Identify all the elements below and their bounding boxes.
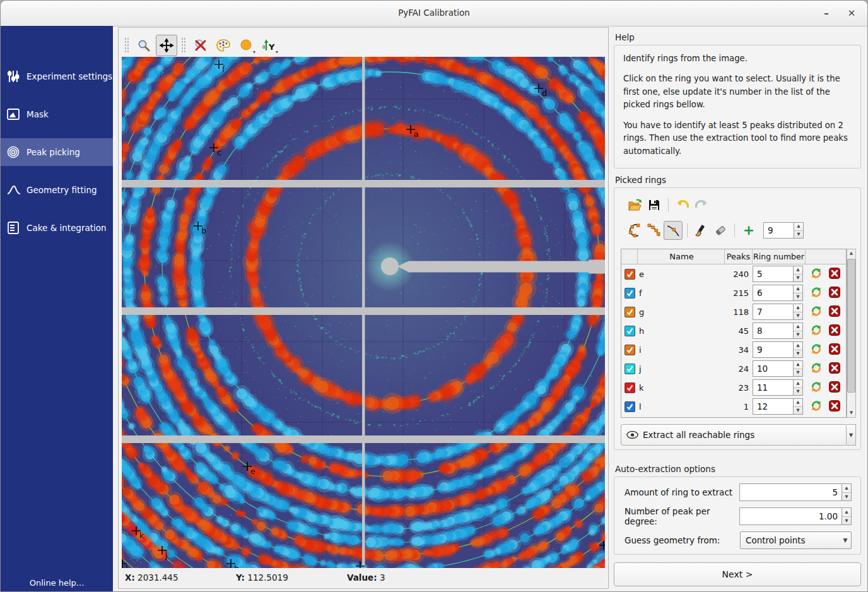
delete-ring-icon[interactable] bbox=[829, 362, 840, 376]
spinner-buttons[interactable]: ▲▼ bbox=[793, 266, 803, 282]
extract-dropdown-button[interactable]: ▼ bbox=[847, 424, 856, 446]
spinner-buttons[interactable]: ▲▼ bbox=[842, 507, 852, 525]
guess-geometry-combobox[interactable]: Control points▼ bbox=[740, 531, 852, 549]
peak-per-degree-spinbox[interactable]: 1.00▲▼ bbox=[739, 507, 852, 525]
ring-number-value[interactable]: 8 bbox=[753, 323, 793, 339]
close-button[interactable]: ✕ bbox=[843, 6, 860, 21]
table-row[interactable]: i349▲▼ bbox=[621, 340, 846, 359]
diffraction-image[interactable] bbox=[122, 57, 605, 568]
table-row[interactable]: h458▲▼ bbox=[621, 321, 846, 340]
toolbar-grip[interactable] bbox=[124, 37, 129, 54]
ring-number-spinbox[interactable]: 9▲▼ bbox=[753, 341, 803, 358]
ring-visible-checkbox[interactable] bbox=[625, 401, 635, 412]
spinner-buttons[interactable]: ▲▼ bbox=[793, 341, 803, 358]
zoom-clear-icon[interactable] bbox=[190, 35, 211, 56]
brush-tool-icon[interactable] bbox=[692, 221, 711, 240]
spinner-buttons[interactable]: ▲▼ bbox=[793, 304, 803, 320]
delete-ring-icon[interactable] bbox=[829, 381, 840, 394]
sidebar-item-geometry-fitting[interactable]: Geometry fitting bbox=[1, 176, 113, 204]
zoom-icon[interactable] bbox=[133, 35, 155, 56]
y-axis-orientation-icon[interactable]: Y0 ▾ bbox=[258, 35, 279, 56]
ring-number-spinbox[interactable]: 5▲▼ bbox=[753, 266, 803, 282]
delete-ring-icon[interactable] bbox=[829, 324, 840, 338]
online-help-link[interactable]: Online help... bbox=[1, 578, 113, 588]
refresh-ring-icon[interactable] bbox=[811, 268, 822, 281]
ring-visible-checkbox[interactable] bbox=[625, 364, 635, 374]
spinner-buttons[interactable]: ▲▼ bbox=[793, 323, 803, 339]
pan-icon[interactable] bbox=[156, 35, 177, 56]
new-ring-number-value[interactable]: 9 bbox=[763, 222, 794, 239]
open-icon[interactable] bbox=[626, 196, 645, 215]
undo-icon[interactable] bbox=[673, 196, 692, 215]
scrollbar-thumb[interactable] bbox=[847, 259, 855, 393]
refresh-ring-icon[interactable] bbox=[811, 400, 822, 413]
table-row[interactable]: j2410▲▼ bbox=[621, 359, 846, 378]
arc-tool-icon[interactable] bbox=[645, 221, 664, 240]
ring-number-spinbox[interactable]: 10▲▼ bbox=[753, 360, 803, 377]
refresh-ring-icon[interactable] bbox=[811, 287, 822, 300]
peak-tool-icon[interactable] bbox=[664, 221, 683, 240]
add-peak-icon[interactable]: + bbox=[739, 221, 758, 240]
mask-circle-icon[interactable]: ▾ bbox=[235, 35, 257, 56]
extract-rings-button[interactable]: Extract all reachable rings bbox=[621, 424, 847, 446]
table-row[interactable]: g1187▲▼ bbox=[621, 302, 846, 321]
delete-ring-icon[interactable] bbox=[829, 287, 840, 300]
sidebar-item-experiment-settings[interactable]: Experiment settings bbox=[1, 62, 113, 90]
ring-number-value[interactable]: 6 bbox=[753, 285, 793, 301]
ring-visible-checkbox[interactable] bbox=[625, 307, 635, 317]
ring-number-value[interactable]: 9 bbox=[753, 341, 793, 358]
ring-tool-icon[interactable] bbox=[626, 221, 645, 240]
ring-visible-checkbox[interactable] bbox=[625, 269, 635, 280]
toolbar-grip[interactable] bbox=[181, 37, 186, 54]
spinner-buttons[interactable]: ▲▼ bbox=[842, 483, 852, 501]
delete-ring-icon[interactable] bbox=[829, 268, 840, 281]
spinner-buttons[interactable]: ▲▼ bbox=[794, 222, 804, 239]
ring-visible-checkbox[interactable] bbox=[625, 382, 635, 393]
table-row[interactable]: k2311▲▼ bbox=[621, 378, 846, 397]
ring-number-value[interactable]: 7 bbox=[753, 304, 793, 320]
title-bar[interactable]: PyFAI Calibration – ✕ bbox=[1, 1, 867, 27]
spinner-buttons[interactable]: ▲▼ bbox=[793, 379, 803, 396]
next-button[interactable]: Next > bbox=[614, 562, 861, 586]
spinner-buttons[interactable]: ▲▼ bbox=[793, 285, 803, 301]
spinner-buttons[interactable]: ▲▼ bbox=[793, 360, 803, 377]
delete-ring-icon[interactable] bbox=[829, 343, 840, 357]
ring-number-value[interactable]: 10 bbox=[753, 360, 793, 377]
table-row[interactable]: e2405▲▼ bbox=[621, 264, 846, 283]
scroll-up-icon[interactable]: ▲ bbox=[850, 249, 853, 258]
refresh-ring-icon[interactable] bbox=[811, 343, 822, 357]
ring-number-spinbox[interactable]: 6▲▼ bbox=[753, 285, 803, 301]
ring-number-spinbox[interactable]: 7▲▼ bbox=[753, 304, 803, 320]
ring-number-spinbox[interactable]: 12▲▼ bbox=[753, 398, 803, 415]
scroll-down-icon[interactable]: ▼ bbox=[850, 409, 853, 417]
redo-icon[interactable] bbox=[692, 196, 711, 215]
refresh-ring-icon[interactable] bbox=[811, 305, 822, 319]
sidebar-item-mask[interactable]: Mask bbox=[1, 100, 113, 128]
table-scrollbar[interactable]: ▲ ▼ bbox=[847, 249, 856, 418]
delete-ring-icon[interactable] bbox=[829, 400, 840, 413]
ring-number-spinbox[interactable]: 8▲▼ bbox=[753, 323, 803, 339]
new-ring-number-spinbox[interactable]: 9 ▲▼ bbox=[763, 222, 804, 239]
sidebar-item-cake-integration[interactable]: Cake & integration bbox=[1, 214, 113, 242]
ring-number-value[interactable]: 12 bbox=[753, 398, 793, 415]
ring-visible-checkbox[interactable] bbox=[625, 345, 635, 355]
ring-number-value[interactable]: 5 bbox=[753, 266, 793, 282]
table-row[interactable]: l112▲▼ bbox=[621, 397, 846, 416]
ring-visible-checkbox[interactable] bbox=[625, 288, 635, 299]
eraser-tool-icon[interactable] bbox=[711, 221, 730, 240]
ring-number-value[interactable]: 11 bbox=[753, 379, 793, 396]
colormap-palette-icon[interactable] bbox=[213, 35, 234, 56]
minimize-button[interactable]: – bbox=[818, 6, 835, 21]
refresh-ring-icon[interactable] bbox=[811, 362, 822, 376]
refresh-ring-icon[interactable] bbox=[811, 324, 822, 338]
auto-extraction-label: Auto-extraction options bbox=[615, 464, 715, 474]
save-icon[interactable] bbox=[645, 196, 664, 215]
refresh-ring-icon[interactable] bbox=[811, 381, 822, 394]
ring-number-spinbox[interactable]: 11▲▼ bbox=[753, 379, 803, 396]
delete-ring-icon[interactable] bbox=[829, 305, 840, 319]
ring-amount-spinbox[interactable]: 5▲▼ bbox=[739, 483, 852, 501]
table-row[interactable]: f2156▲▼ bbox=[621, 283, 846, 302]
spinner-buttons[interactable]: ▲▼ bbox=[793, 398, 803, 415]
sidebar-item-peak-picking[interactable]: Peak picking bbox=[1, 138, 113, 166]
ring-visible-checkbox[interactable] bbox=[625, 326, 635, 336]
